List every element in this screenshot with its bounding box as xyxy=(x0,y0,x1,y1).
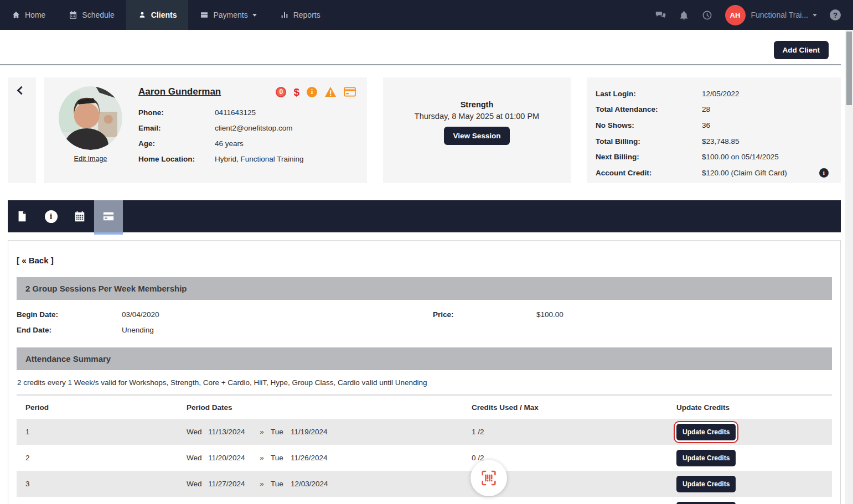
stat-label: Last Login: xyxy=(596,90,702,98)
nav-item-label: Clients xyxy=(151,11,177,19)
help-icon[interactable]: ? xyxy=(830,9,841,20)
nav-item-clients[interactable]: Clients xyxy=(126,0,189,30)
nav-item-home[interactable]: Home xyxy=(0,0,57,30)
start-date: 11/27/2024 xyxy=(208,480,253,488)
home-icon xyxy=(12,11,20,19)
nav-item-label: Payments xyxy=(213,11,247,19)
bell-icon[interactable] xyxy=(679,10,689,20)
tab-notes[interactable] xyxy=(8,200,37,232)
field-label: Age: xyxy=(138,139,215,148)
membership-title: 2 Group Sessions Per Week Membership xyxy=(25,284,187,293)
col-header-period: Period xyxy=(17,403,187,412)
update-credits-button[interactable]: Update Credits xyxy=(676,450,736,466)
col-header-credits: Credits Used / Max xyxy=(472,403,676,412)
stat-value: $100.00 on 05/14/2025 xyxy=(702,153,779,161)
field-value: 0411643125 xyxy=(215,108,256,117)
client-detail-tabs: i xyxy=(8,200,841,232)
end-day: Tue xyxy=(271,480,291,488)
stat-label: Total Billing: xyxy=(596,137,702,146)
client-name-link[interactable]: Aaron Gunderman xyxy=(138,86,221,97)
scrollbar-thumb[interactable] xyxy=(846,32,852,105)
edit-image-link[interactable]: Edit Image xyxy=(74,155,107,163)
dollar-icon[interactable]: $ xyxy=(293,87,299,97)
stat-label: Total Attendance: xyxy=(596,105,702,113)
clock-icon[interactable] xyxy=(702,10,712,20)
tab-schedule[interactable] xyxy=(65,200,94,232)
stat-label: Next Billing: xyxy=(596,153,702,161)
start-day: Wed xyxy=(187,480,208,488)
nav-item-label: Schedule xyxy=(82,11,114,19)
update-credits-button[interactable]: Update Credits xyxy=(676,424,736,440)
tab-info[interactable]: i xyxy=(37,200,65,232)
next-session-card: Strength Thursday, 8 May 2025 at 01:00 P… xyxy=(383,77,571,183)
attendance-period-table: Period Period Dates Credits Used / Max U… xyxy=(17,394,832,504)
period-dates: Wed 11/20/2024 » Tue 11/26/2024 xyxy=(187,454,472,462)
date-separator: » xyxy=(253,454,271,462)
table-row: 2 Wed 11/20/2024 » Tue 11/26/2024 0 /2 U… xyxy=(17,445,832,471)
calendar-icon xyxy=(74,210,86,222)
attendance-summary-bar: Attendance Summary xyxy=(17,347,832,370)
end-day: Tue xyxy=(271,428,291,436)
client-field-row: Email: client2@onefitstop.com xyxy=(138,120,356,136)
barcode-scan-button[interactable] xyxy=(471,460,507,496)
stat-row: Account Credit: $120.00 (Claim Gift Card… xyxy=(596,165,841,181)
start-day: Wed xyxy=(187,454,208,462)
start-day: Wed xyxy=(187,428,208,436)
stat-value: $23,748.85 xyxy=(702,137,740,146)
barcode-scan-icon xyxy=(480,469,498,487)
start-date: 11/13/2024 xyxy=(208,428,253,436)
credits-used: 0 /2 xyxy=(472,454,676,462)
field-value: Hybrid, Functional Training xyxy=(215,155,304,163)
warning-icon[interactable] xyxy=(324,86,337,97)
vertical-scrollbar[interactable] xyxy=(845,30,853,504)
end-date: 11/19/2024 xyxy=(291,428,335,436)
avatar[interactable]: AH xyxy=(725,5,746,25)
tab-memberships[interactable] xyxy=(94,200,123,232)
end-date-value: Unending xyxy=(122,326,433,334)
stat-value: 28 xyxy=(702,105,710,113)
end-date-label: End Date: xyxy=(17,326,122,334)
client-status-icons: 0 $ i xyxy=(276,86,356,97)
account-credit-info-icon[interactable]: i xyxy=(819,168,829,178)
update-credits-button[interactable]: Update Credits xyxy=(676,502,736,504)
chat-icon[interactable] xyxy=(655,10,666,20)
field-value: client2@onefitstop.com xyxy=(215,124,293,132)
client-profile-card: Edit Image Aaron Gunderman 0 $ i Phone: … xyxy=(44,77,367,183)
client-stats-card: Last Login: 12/05/2022 Total Attendance:… xyxy=(587,77,841,183)
zero-balance-icon[interactable]: 0 xyxy=(276,87,286,97)
period-dates: Wed 11/27/2024 » Tue 12/03/2024 xyxy=(187,480,472,488)
begin-date-value: 03/04/2020 xyxy=(122,310,433,319)
field-value: 46 years xyxy=(215,139,244,148)
nav-item-payments[interactable]: Payments xyxy=(188,0,268,30)
navbar-right: AH Functional Trai... ? xyxy=(655,0,853,30)
price-label: Price: xyxy=(433,310,536,319)
back-link[interactable]: [ « Back ] xyxy=(17,256,54,265)
previous-client-chevron-icon[interactable] xyxy=(17,86,26,95)
nav-item-reports[interactable]: Reports xyxy=(268,0,332,30)
col-header-update: Update Credits xyxy=(676,403,832,412)
payment-card-icon[interactable] xyxy=(344,87,356,97)
page-header: Add Client xyxy=(0,30,841,65)
session-datetime: Thursday, 8 May 2025 at 01:00 PM xyxy=(383,112,571,121)
start-date: 11/20/2024 xyxy=(208,454,253,462)
nav-item-schedule[interactable]: Schedule xyxy=(57,0,126,30)
chevron-down-icon xyxy=(252,14,257,17)
stat-row: Total Attendance: 28 xyxy=(596,102,841,118)
update-credits-button[interactable]: Update Credits xyxy=(676,476,736,492)
account-menu[interactable]: AH Functional Trai... xyxy=(725,5,818,25)
client-field-row: Home Location: Hybrid, Functional Traini… xyxy=(138,151,356,167)
chevron-down-icon xyxy=(813,14,817,17)
nav-item-label: Home xyxy=(25,11,45,19)
calendar-icon xyxy=(69,11,77,19)
date-separator: » xyxy=(253,428,271,436)
stat-row: No Shows: 36 xyxy=(596,117,841,133)
credits-note: 2 credits every 1 Week/s valid for Works… xyxy=(17,378,832,387)
view-session-button[interactable]: View Session xyxy=(444,127,509,145)
stat-row: Next Billing: $100.00 on 05/14/2025 xyxy=(596,149,841,165)
add-client-button[interactable]: Add Client xyxy=(774,41,829,59)
end-day: Tue xyxy=(271,454,291,462)
top-navbar: Home Schedule Clients Payments Reports A… xyxy=(0,0,853,30)
table-header-row: Period Period Dates Credits Used / Max U… xyxy=(17,396,832,419)
credits-used: 1 /2 xyxy=(472,428,676,436)
info-icon[interactable]: i xyxy=(307,87,317,97)
